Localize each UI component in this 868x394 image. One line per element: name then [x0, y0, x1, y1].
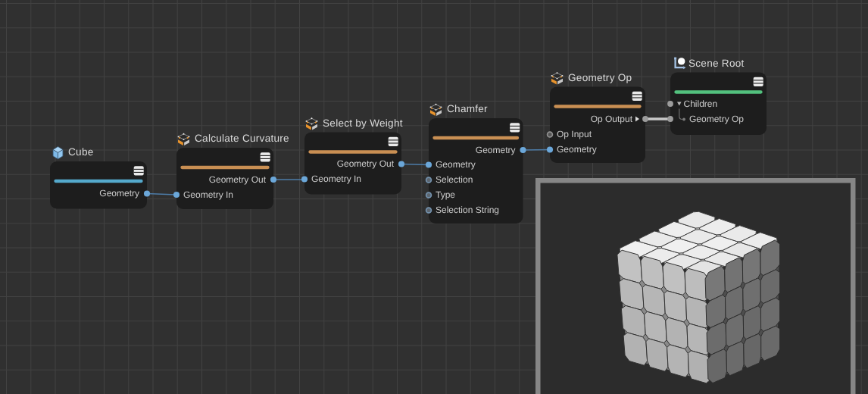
- svg-text:Geometry Out: Geometry Out: [209, 174, 267, 185]
- svg-text:Children: Children: [684, 98, 718, 109]
- svg-text:Selection String: Selection String: [436, 205, 499, 215]
- svg-text:Geometry: Geometry: [436, 159, 476, 170]
- svg-text:Type: Type: [436, 189, 455, 200]
- svg-text:Chamfer: Chamfer: [447, 103, 488, 114]
- svg-text:Select by Weight: Select by Weight: [323, 117, 403, 129]
- svg-text:Cube: Cube: [68, 146, 94, 158]
- svg-text:Geometry: Geometry: [99, 188, 139, 199]
- svg-text:Selection: Selection: [436, 174, 473, 185]
- svg-text:Geometry In: Geometry In: [311, 174, 361, 184]
- svg-text:Calculate Curvature: Calculate Curvature: [195, 133, 289, 144]
- svg-text:Scene Root: Scene Root: [688, 58, 745, 69]
- svg-text:Geometry: Geometry: [476, 145, 516, 155]
- svg-text:Geometry Op: Geometry Op: [568, 72, 632, 83]
- svg-text:Geometry In: Geometry In: [183, 189, 233, 200]
- svg-text:Op Input: Op Input: [557, 129, 592, 139]
- svg-text:Geometry: Geometry: [557, 144, 597, 155]
- svg-text:Op Output: Op Output: [591, 114, 633, 124]
- svg-text:Geometry Op: Geometry Op: [689, 114, 744, 124]
- svg-text:Geometry Out: Geometry Out: [337, 158, 395, 169]
